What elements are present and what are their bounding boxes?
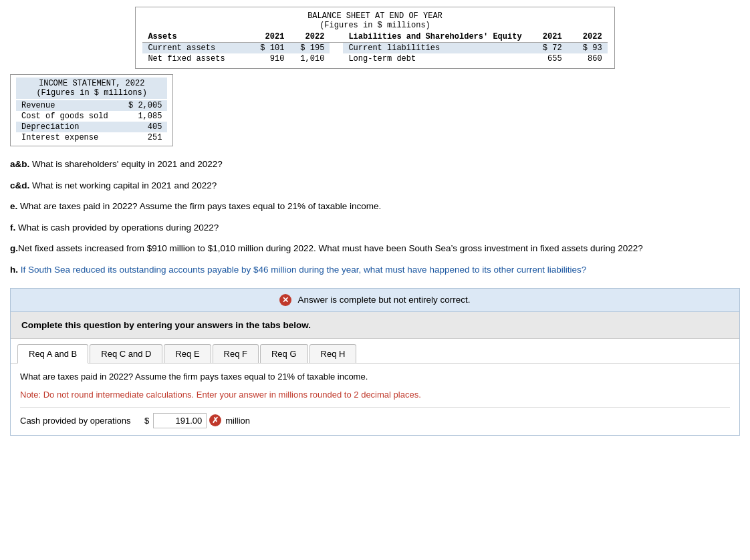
income-statement-table: Revenue $ 2,005 Cost of goods sold 1,085… [16,100,167,143]
dollar-sign: $ [143,416,150,426]
answer-section: ✕ Answer is complete but not entirely co… [10,288,740,436]
balance-sheet-title: BALANCE SHEET AT END OF YEAR (Figures in… [142,11,607,30]
question-e-text: What are taxes paid in 2022? Assume the … [17,201,381,211]
answer-banner: ✕ Answer is complete but not entirely co… [11,289,739,312]
tabs-container: Req A and B Req C and D Req E Req F Req … [11,339,739,364]
question-e: e. What are taxes paid in 2022? Assume t… [10,199,740,214]
question-ab: a&b. What is shareholders' equity in 202… [10,157,740,172]
tab-req-f[interactable]: Req F [213,344,259,363]
table-row: Cost of goods sold 1,085 [16,111,167,122]
balance-sheet-section: BALANCE SHEET AT END OF YEAR (Figures in… [10,7,740,69]
question-ab-prefix: a&b. [10,159,29,169]
liabilities-2021-header: 2021 [527,31,568,43]
question-f-text: What is cash provided by operations duri… [15,223,219,233]
tab-req-ab[interactable]: Req A and B [17,344,88,364]
question-h-text: If South Sea reduced its outstanding acc… [18,265,586,275]
input-field-label: Cash provided by operations [20,416,140,426]
balance-sheet-table-wrapper: BALANCE SHEET AT END OF YEAR (Figures in… [135,7,614,69]
input-error-icon[interactable]: ✗ [209,414,221,426]
tab-content-area: What are taxes paid in 2022? Assume the … [11,364,739,435]
income-statement-title: INCOME STATEMENT, 2022 (Figures in $ mil… [16,78,167,99]
table-row: Current assets $ 101 $ 195 Current liabi… [142,43,607,54]
table-row: Revenue $ 2,005 [16,100,167,111]
question-h: h. If South Sea reduced its outstanding … [10,263,740,277]
error-icon: ✕ [279,294,291,306]
tab-req-g[interactable]: Req G [260,344,308,363]
questions-section: a&b. What is shareholders' equity in 202… [10,157,740,277]
unit-label: million [225,416,250,426]
tab-req-cd[interactable]: Req C and D [90,344,162,363]
question-f: f. What is cash provided by operations d… [10,221,740,235]
question-g: g.Net fixed assets increased from $910 m… [10,241,740,256]
question-e-prefix: e. [10,201,17,211]
tab-req-e[interactable]: Req E [164,344,211,363]
liabilities-2022-header: 2022 [568,31,608,43]
question-h-prefix: h. [10,265,18,275]
assets-2021-header: 2021 [249,31,289,43]
question-g-prefix: g. [10,243,18,253]
question-ab-text: What is shareholders' equity in 2021 and… [29,159,223,169]
balance-sheet-table: Assets 2021 2022 Liabilities and Shareho… [142,31,607,64]
income-statement-section: INCOME STATEMENT, 2022 (Figures in $ mil… [10,74,740,146]
tab-note-text: Note: Do not round intermediate calculat… [20,388,730,402]
table-row: Net fixed assets 910 1,010 Long-term deb… [142,53,607,64]
assets-header: Assets [142,31,249,43]
liabilities-header: Liabilities and Shareholders' Equity [343,31,527,43]
question-g-text: Net fixed assets increased from $910 mil… [18,243,643,253]
question-f-prefix: f. [10,223,15,233]
question-cd-text: What is net working capital in 2021 and … [29,180,217,190]
cash-operations-input[interactable] [153,413,207,428]
assets-2022-header: 2022 [289,31,330,43]
complete-instruction-text: Complete this question by entering your … [11,312,739,339]
tab-note-red: Note: Do not round intermediate calculat… [20,390,421,400]
question-cd: c&d. What is net working capital in 2021… [10,178,740,193]
tab-req-h[interactable]: Req H [309,344,357,363]
input-row: Cash provided by operations $ ✗ million [20,407,730,428]
income-statement-table-wrapper: INCOME STATEMENT, 2022 (Figures in $ mil… [10,74,173,146]
table-row: Depreciation 405 [16,122,167,132]
tab-question-text: What are taxes paid in 2022? Assume the … [20,370,730,384]
question-cd-prefix: c&d. [10,180,29,190]
answer-banner-text: Answer is complete but not entirely corr… [297,294,470,304]
table-row: Interest expense 251 [16,132,167,143]
